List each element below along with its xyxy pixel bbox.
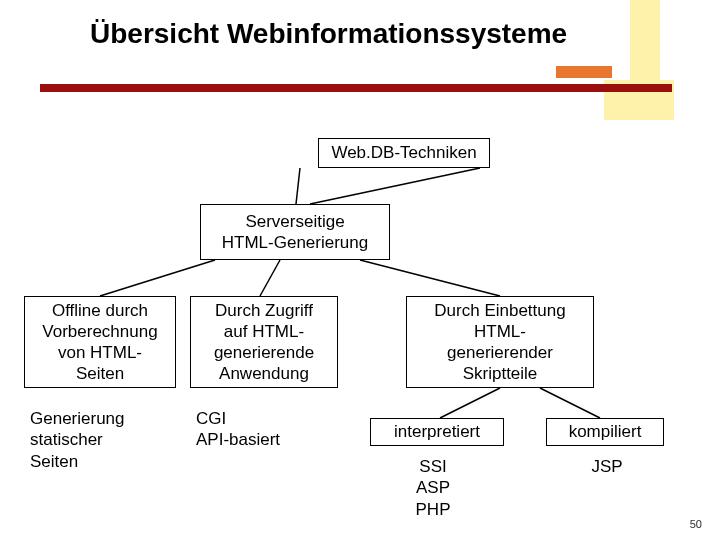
node-interpreted-label: interpretiert <box>394 421 480 442</box>
node-interpreted: interpretiert <box>370 418 504 446</box>
slide-title: Übersicht Webinformationssysteme <box>90 18 567 50</box>
node-embed: Durch Einbettung HTML- generierender Skr… <box>406 296 594 388</box>
node-cgi-api-label: CGI API-basiert <box>196 409 280 449</box>
node-embed-label: Durch Einbettung HTML- generierender Skr… <box>434 300 565 385</box>
svg-line-1 <box>310 168 480 204</box>
node-offline: Offline durch Vorberechnung von HTML- Se… <box>24 296 176 388</box>
node-cgi-api: CGI API-basiert <box>196 408 280 451</box>
svg-line-0 <box>296 168 300 204</box>
node-root: Web.DB-Techniken <box>318 138 490 168</box>
node-server-side: Serverseitige HTML-Generierung <box>200 204 390 260</box>
node-compiled-examples-label: JSP <box>591 457 622 476</box>
node-compiled-label: kompiliert <box>569 421 642 442</box>
node-compiled: kompiliert <box>546 418 664 446</box>
node-interp-examples: SSI ASP PHP <box>398 456 468 520</box>
node-interp-examples-label: SSI ASP PHP <box>416 457 451 519</box>
node-server-side-label: Serverseitige HTML-Generierung <box>222 211 368 254</box>
svg-line-5 <box>440 388 500 418</box>
node-static-gen: Generierung statischer Seiten <box>30 408 125 472</box>
node-access-label: Durch Zugriff auf HTML- generierende Anw… <box>214 300 314 385</box>
svg-line-3 <box>260 260 280 296</box>
page-number: 50 <box>690 518 702 530</box>
deco-orange-block <box>556 66 612 78</box>
svg-line-2 <box>100 260 215 296</box>
node-access: Durch Zugriff auf HTML- generierende Anw… <box>190 296 338 388</box>
node-compiled-examples: JSP <box>582 456 632 477</box>
node-root-label: Web.DB-Techniken <box>331 142 476 163</box>
svg-line-6 <box>540 388 600 418</box>
node-static-gen-label: Generierung statischer Seiten <box>30 409 125 471</box>
svg-line-4 <box>360 260 500 296</box>
node-offline-label: Offline durch Vorberechnung von HTML- Se… <box>42 300 157 385</box>
title-rule <box>40 84 672 92</box>
